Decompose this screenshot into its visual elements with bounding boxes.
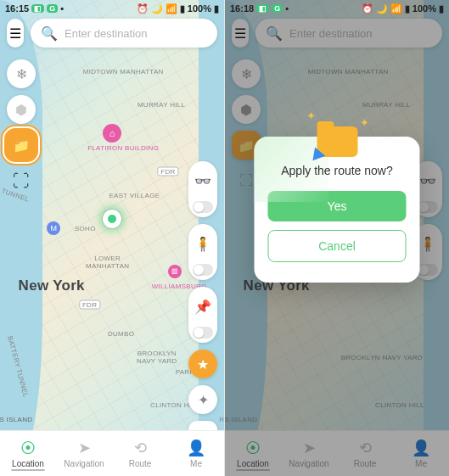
star-icon: ★ xyxy=(197,356,209,372)
snow-mode-button[interactable]: ❄ xyxy=(7,59,36,88)
apply-route-dialog: ✦ ✦ Apply the route now? Yes Cancel xyxy=(255,137,420,283)
shield-fdr1: FDR xyxy=(157,166,178,176)
battery-icon: ▮ xyxy=(214,3,219,14)
hamburger-icon: ☰ xyxy=(9,25,21,42)
wifi-icon: 📶 xyxy=(166,3,177,14)
dialog-cancel-button[interactable]: Cancel xyxy=(268,230,407,262)
snowflake-icon: ❄ xyxy=(16,66,27,82)
status-dot: • xyxy=(60,3,64,14)
toggle-avatar[interactable]: 🧍 xyxy=(188,224,217,280)
toggle-binoculars[interactable]: 👓 xyxy=(188,161,217,217)
bottom-nav: ⦿Location ➤Navigation ⟲Route 👤Me xyxy=(0,430,224,476)
status-bar: 16:18◧G• ⏰🌙📶▮100%▮ xyxy=(225,0,449,17)
label-midtown: MIDTOWN MANHATTAN xyxy=(83,68,164,76)
dialog-title: Apply the route now? xyxy=(268,164,407,177)
status-app-icon2: G xyxy=(47,4,58,13)
route-icon: ⟲ xyxy=(134,439,147,457)
pushpin-icon: 📌 xyxy=(194,299,211,315)
nav-icon: ➤ xyxy=(78,439,91,457)
status-app-icon2: G xyxy=(272,4,283,13)
shield-fdr2: FDR xyxy=(79,300,100,310)
poi-williams[interactable]: ▧ xyxy=(168,265,182,278)
pin-icon: ⬢ xyxy=(15,102,27,118)
alarm-icon: ⏰ xyxy=(137,3,149,14)
signal-icon: ▮ xyxy=(180,3,185,14)
binoculars-icon: 👓 xyxy=(194,173,211,189)
search-icon: 🔍 xyxy=(41,25,58,42)
tab-label: Route xyxy=(129,459,152,468)
star-button[interactable]: ★ xyxy=(188,350,217,378)
current-location-marker[interactable] xyxy=(103,210,121,228)
tab-navigation[interactable]: ➤Navigation xyxy=(56,431,112,476)
status-time: 16:18 xyxy=(230,3,254,14)
poi-flatiron[interactable]: ⌂ xyxy=(103,124,121,143)
label-eastvillage: EAST VILLAGE xyxy=(109,192,160,199)
search-input[interactable] xyxy=(65,27,207,40)
scan-icon: ⛶ xyxy=(13,171,30,191)
label-flatiron: Flatiron Building xyxy=(87,143,159,151)
status-time: 16:15 xyxy=(5,3,29,14)
toggle-pin[interactable]: 📌 xyxy=(188,287,217,343)
metro-icon[interactable]: M xyxy=(47,221,60,235)
avatar-icon: 🧍 xyxy=(194,236,211,252)
tab-me[interactable]: 👤Me xyxy=(168,431,224,476)
tab-location[interactable]: ⦿Location xyxy=(0,431,56,476)
dialog-folder-icon: ✦ ✦ xyxy=(311,113,362,157)
me-icon: 👤 xyxy=(187,439,205,457)
menu-button[interactable]: ☰ xyxy=(7,19,24,48)
status-app-icon: ◧ xyxy=(256,4,269,13)
signal-icon: ▮ xyxy=(405,3,410,14)
dialog-yes-button[interactable]: Yes xyxy=(268,191,407,221)
label-lower: LOWER MANHATTAN xyxy=(78,255,138,270)
dnd-icon: 🌙 xyxy=(151,3,163,14)
pin-button[interactable]: ⬢ xyxy=(7,95,36,124)
label-dumbo: DUMBO xyxy=(108,329,134,337)
dnd-icon: 🌙 xyxy=(376,3,388,14)
tab-label: Navigation xyxy=(64,459,104,468)
import-route-button[interactable]: 📁 xyxy=(7,131,36,160)
battery-icon: ▮ xyxy=(439,3,444,14)
tab-label: Me xyxy=(190,459,202,468)
location-icon: ⦿ xyxy=(20,440,36,457)
status-app-icon: ◧ xyxy=(31,4,44,13)
screen-map: MIDTOWN MANHATTAN MURRAY HILL Flatiron B… xyxy=(0,0,224,476)
compass-button[interactable]: ✦ xyxy=(188,385,217,414)
battery-pct: 100% xyxy=(188,3,211,14)
alarm-icon: ⏰ xyxy=(362,3,373,14)
status-bar: 16:15◧G• ⏰🌙📶▮100%▮ xyxy=(0,0,224,17)
folder-import-icon: 📁 xyxy=(13,137,30,154)
label-soho: SOHO xyxy=(75,225,96,232)
label-brooklyn: BROOKLYN NAVY YARD xyxy=(127,350,187,365)
compass-icon: ✦ xyxy=(198,392,209,408)
search-bar[interactable]: 🔍 xyxy=(31,19,217,48)
tab-label: Location xyxy=(12,459,44,468)
scan-button[interactable]: ⛶ xyxy=(7,166,36,195)
tab-route[interactable]: ⟲Route xyxy=(112,431,168,476)
battery-pct: 100% xyxy=(413,3,436,14)
label-murray: MURRAY HILL xyxy=(138,101,185,109)
wifi-icon: 📶 xyxy=(390,3,402,14)
screen-dialog: MIDTOWN MANHATTAN MURRAY HILL EAST VILLA… xyxy=(224,0,449,476)
